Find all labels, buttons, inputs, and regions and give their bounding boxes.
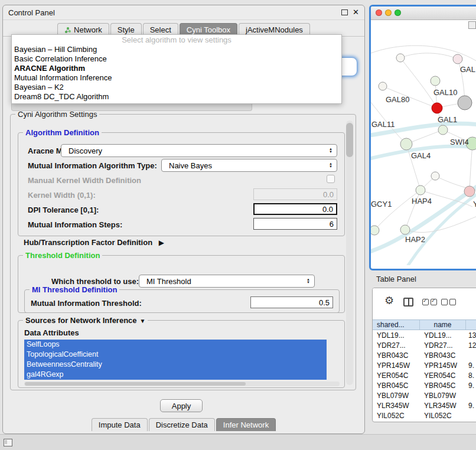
select-all-icon[interactable] (422, 299, 437, 305)
network-edge[interactable] (400, 53, 458, 59)
control-panel-window: Control Panel ✕ Network Style Select (2, 5, 365, 434)
close-icon[interactable]: ✕ (353, 9, 359, 16)
table-row[interactable]: YBL079WYBL079W (373, 390, 476, 400)
data-attribute-item[interactable]: SelfLoops (24, 340, 327, 350)
network-node[interactable] (464, 186, 475, 197)
algorithm-option[interactable]: Basic Correlation Inference (12, 54, 341, 64)
column-header[interactable]: shared... (373, 320, 420, 330)
network-node[interactable] (371, 226, 379, 235)
float-window-icon[interactable] (341, 9, 348, 15)
mi-steps-input[interactable] (253, 218, 337, 230)
data-attribute-item[interactable]: BetweennessCentrality (24, 360, 327, 370)
network-node[interactable] (396, 54, 405, 62)
kernel-width-label: Kernel Width (0,1): (28, 191, 96, 200)
attributes-hscrollbar[interactable] (24, 381, 340, 386)
table-row[interactable]: YBR043CYBR043C (373, 350, 476, 360)
bottom-dock-strip (0, 434, 476, 450)
table-row[interactable]: YDR27...YDR27...12 (373, 340, 476, 350)
hscrollbar-thumb[interactable] (25, 382, 246, 386)
which-threshold-combobox[interactable]: MI Threshold (139, 275, 315, 288)
minimize-traffic-light[interactable] (385, 9, 392, 16)
network-node[interactable] (458, 96, 472, 110)
manual-kernel-checkbox[interactable] (327, 175, 335, 183)
columns-icon[interactable] (403, 298, 413, 306)
node-label: GAL (460, 65, 475, 74)
checked-box-icon (422, 299, 429, 305)
data-attributes-label: Data Attributes (24, 328, 79, 337)
table-cell: 9. (466, 402, 476, 410)
deselect-all-icon[interactable] (441, 299, 456, 305)
network-node[interactable] (432, 103, 442, 113)
gear-icon[interactable]: ⚙ (384, 295, 394, 306)
network-edge[interactable] (470, 144, 472, 191)
expand-right-icon: ▶ (159, 239, 164, 247)
data-attribute-item[interactable]: gal4RGexp (24, 370, 327, 380)
network-node[interactable] (438, 125, 448, 135)
network-node[interactable] (453, 54, 462, 64)
network-canvas[interactable]: GALGAL80GAL10GAL11GAL1SWI4GAL4GCY1HAP4HA… (371, 20, 476, 265)
network-window-titlebar[interactable] (371, 6, 476, 20)
control-panel-titlebar[interactable]: Control Panel ✕ (3, 5, 364, 20)
table-cell: YER054C (420, 371, 466, 380)
algorithm-option[interactable]: Dream8 DC_TDC Algorithm (12, 92, 341, 102)
hub-definition-toggle[interactable]: Hub/Transcription Factor Definition ▶ (24, 238, 164, 247)
table-row[interactable]: YPR145WYPR145W9. (373, 360, 476, 370)
mi-type-combobox[interactable]: Naive Bayes (161, 159, 337, 172)
node-label: GAL1 (438, 115, 457, 124)
tab-discretize-data[interactable]: Discretize Data (149, 418, 215, 431)
table-cell: 12 (466, 341, 476, 350)
tab-impute-data[interactable]: Impute Data (92, 418, 148, 431)
dpi-tolerance-label: DPI Tolerance [0,1]: (28, 206, 99, 214)
tab-label: Discretize Data (156, 420, 208, 429)
data-attribute-item[interactable]: TopologicalCoefficient (24, 350, 327, 360)
table-row[interactable]: YIL052CYIL052C (373, 410, 476, 420)
settings-vscrollbar[interactable] (346, 120, 353, 385)
network-node[interactable] (431, 172, 439, 180)
column-header[interactable]: name (420, 320, 466, 330)
table-cell: YBL079W (373, 392, 420, 400)
tab-infer-network[interactable]: Infer Network (216, 418, 276, 431)
apply-button[interactable]: Apply (160, 399, 203, 412)
overview-toggle-icon[interactable] (468, 21, 476, 29)
mi-threshold-group-title: MI Threshold Definition (30, 285, 119, 294)
algorithm-option[interactable]: Bayesian – Hill Climbing (12, 45, 341, 54)
combo-arrows-icon (327, 162, 335, 168)
table-cell: YBR043C (373, 351, 420, 360)
table-row[interactable]: YDL19...YDL19...13 (373, 330, 476, 340)
table-row[interactable]: YBR045CYBR045C9. (373, 380, 476, 390)
dpi-tolerance-input[interactable] (253, 203, 337, 215)
network-node[interactable] (400, 225, 410, 234)
panel-toggle-icon[interactable] (4, 439, 12, 446)
network-node[interactable] (379, 82, 387, 90)
table-row[interactable]: YER054CYER054C8. (373, 370, 476, 380)
table-cell: YDR27... (373, 341, 420, 350)
network-node[interactable] (431, 76, 440, 86)
close-traffic-light[interactable] (376, 9, 382, 16)
mi-threshold-group: MI Threshold Definition Mutual Informati… (24, 289, 340, 313)
table-cell: YDR27... (420, 341, 466, 350)
vscrollbar-thumb[interactable] (346, 123, 353, 157)
tab-label: Infer Network (223, 420, 269, 429)
kernel-width-input[interactable] (253, 188, 337, 200)
algorithm-option[interactable]: ARACNE Algorithm (12, 64, 341, 73)
bottom-tabbar: Impute Data Discretize Data Infer Networ… (3, 418, 364, 431)
network-node[interactable] (400, 138, 412, 150)
table-header[interactable]: shared...name (373, 319, 476, 330)
network-node[interactable] (416, 185, 425, 195)
network-svg: GALGAL80GAL10GAL11GAL1SWI4GAL4GCY1HAP4HA… (371, 20, 476, 265)
table-panel-window: ⚙ shared...name YDL19...YDL19...13YDR27.… (372, 288, 476, 422)
mi-threshold-input[interactable] (250, 296, 333, 308)
table-row[interactable]: YLR345WYLR345W9. (373, 400, 476, 410)
column-header[interactable] (466, 320, 476, 330)
sources-group-title[interactable]: Sources for Network Inference▼ (23, 316, 148, 325)
data-attributes-list[interactable]: SelfLoopsTopologicalCoefficientBetweenne… (24, 340, 327, 380)
algorithm-definition-title: Algorithm Definition (23, 128, 102, 137)
zoom-traffic-light[interactable] (395, 9, 401, 16)
aracne-mode-combobox[interactable]: Discovery (61, 144, 337, 157)
node-label: HAP2 (405, 235, 425, 244)
algorithm-option[interactable]: Bayesian – K2 (12, 83, 341, 92)
mi-steps-label: Mutual Information Steps: (28, 220, 122, 229)
combo-arrows-icon (304, 278, 312, 284)
panel-title: Control Panel (8, 8, 55, 17)
algorithm-option[interactable]: Mutual Information Inference (12, 73, 341, 83)
